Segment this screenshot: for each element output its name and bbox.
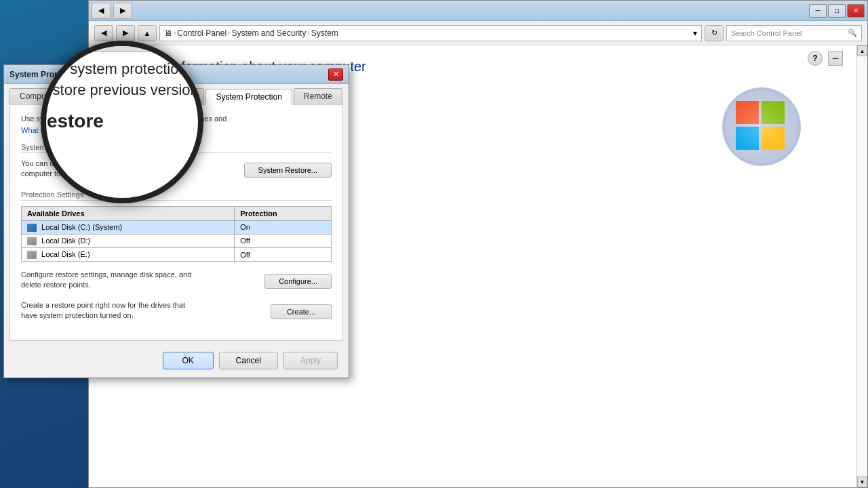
window-controls: ─ □ ✕ (809, 4, 865, 18)
drives-table: Available Drives Protection Local Disk (… (21, 206, 332, 262)
help-button[interactable]: ? (808, 51, 823, 66)
dialog-titlebar: System Properties ✕ (4, 65, 349, 84)
back-button[interactable]: ◀ (94, 25, 113, 41)
scroll-down-button[interactable]: ▼ (857, 476, 867, 487)
create-text: Create a restore point right now for the… (21, 300, 197, 321)
protection-settings-header: Protection Settings (21, 190, 332, 201)
tabs-row: Computer Name Hardware Advanced System P… (4, 84, 349, 104)
refresh-button[interactable]: ↻ (705, 25, 724, 41)
dialog-footer: OK Cancel Apply (4, 346, 349, 378)
search-text: Search Control Panel (731, 29, 802, 37)
drive-d-name: Local Disk (D:) (22, 234, 235, 247)
drive-c-name: Local Disk (C:) (System) (22, 220, 235, 234)
protection-col-header: Protection (235, 206, 332, 220)
breadcrumb[interactable]: 🖥 › Control Panel › System and Security … (159, 25, 702, 41)
tab-advanced[interactable]: Advanced (148, 88, 204, 104)
windows-logo (721, 86, 802, 167)
scroll-up-button[interactable]: ▲ (857, 45, 867, 56)
dialog-close-button[interactable]: ✕ (328, 68, 343, 81)
nav-back-btn[interactable]: ◀ (92, 3, 111, 19)
main-window-titlebar: ◀ ▶ ─ □ ✕ (89, 1, 867, 21)
breadcrumb-system[interactable]: System (311, 28, 338, 38)
apply-button[interactable]: Apply (283, 352, 338, 369)
scrollbar[interactable]: ▲ ▼ (856, 45, 867, 487)
drive-e-name: Local Disk (E:) (22, 247, 235, 261)
tab-remote[interactable]: Remote (294, 88, 342, 104)
system-restore-row: You can undo system changes by reverting… (21, 159, 332, 182)
system-restore-header: System Restore (21, 143, 332, 153)
system-restore-text: You can undo system changes by reverting… (21, 159, 197, 180)
settings-icon[interactable]: ─ (828, 51, 843, 66)
tab-hardware[interactable]: Hardware (91, 88, 146, 104)
configure-row: Configure restore settings, manage disk … (21, 270, 332, 293)
breadcrumb-icon: 🖥 (164, 28, 172, 38)
protection-settings-section: Protection Settings Available Drives Pro… (21, 190, 332, 262)
nav-forward-btn[interactable]: ▶ (113, 3, 132, 19)
titlebar-left: ◀ ▶ (92, 3, 132, 19)
search-icon[interactable]: 🔍 (848, 28, 857, 37)
table-row[interactable]: Local Disk (D:) Off (22, 234, 332, 247)
configure-text: Configure restore settings, manage disk … (21, 270, 197, 291)
up-button[interactable]: ▲ (138, 25, 157, 41)
what-is-link[interactable]: What is system protection? (21, 126, 111, 134)
desktop: ◀ ▶ ─ □ ✕ ◀ ▶ ▲ 🖥 › Control Panel › Syst… (0, 0, 868, 488)
description-text: Use system protection to undo unwanted s… (21, 115, 332, 123)
drive-d-protection: Off (235, 234, 332, 247)
search-bar[interactable]: Search Control Panel 🔍 (726, 25, 862, 41)
magnifier-tab-name: Name (41, 41, 85, 52)
drive-d-icon (27, 237, 37, 245)
configure-button[interactable]: Configure... (264, 274, 332, 289)
drive-e-icon (27, 251, 37, 259)
system-properties-dialog: System Properties ✕ Computer Name Hardwa… (3, 64, 349, 378)
drive-c-protection: On (235, 220, 332, 234)
ok-button[interactable]: OK (163, 352, 214, 369)
address-bar: ◀ ▶ ▲ 🖥 › Control Panel › System and Sec… (89, 21, 867, 45)
close-button[interactable]: ✕ (847, 4, 865, 18)
drives-col-header: Available Drives (22, 206, 235, 220)
table-row[interactable]: Local Disk (E:) Off (22, 247, 332, 261)
drive-e-protection: Off (235, 247, 332, 261)
forward-button[interactable]: ▶ (116, 25, 135, 41)
dialog-title: System Properties (9, 70, 81, 79)
scroll-track[interactable] (857, 56, 867, 476)
tab-system-protection[interactable]: System Protection (205, 89, 292, 105)
description-section: Use system protection to undo unwanted s… (21, 115, 332, 135)
dropdown-arrow[interactable]: ▾ (693, 28, 697, 38)
drive-c-icon (27, 224, 37, 232)
table-row[interactable]: Local Disk (C:) (System) On (22, 220, 332, 234)
breadcrumb-system-security[interactable]: System and Security (231, 28, 306, 38)
breadcrumb-control-panel[interactable]: Control Panel (177, 28, 226, 38)
minimize-button[interactable]: ─ (809, 4, 827, 18)
maximize-button[interactable]: □ (828, 4, 846, 18)
create-row: Create a restore point right now for the… (21, 300, 332, 324)
create-button[interactable]: Create... (271, 304, 332, 319)
tab-computer-name[interactable]: Computer Name (9, 88, 90, 104)
svg-point-2 (724, 89, 799, 164)
system-restore-section: System Restore You can undo system chang… (21, 143, 332, 182)
system-restore-button[interactable]: System Restore... (244, 163, 332, 178)
dialog-body: Use system protection to undo unwanted s… (9, 104, 343, 341)
cancel-button[interactable]: Cancel (219, 352, 278, 369)
